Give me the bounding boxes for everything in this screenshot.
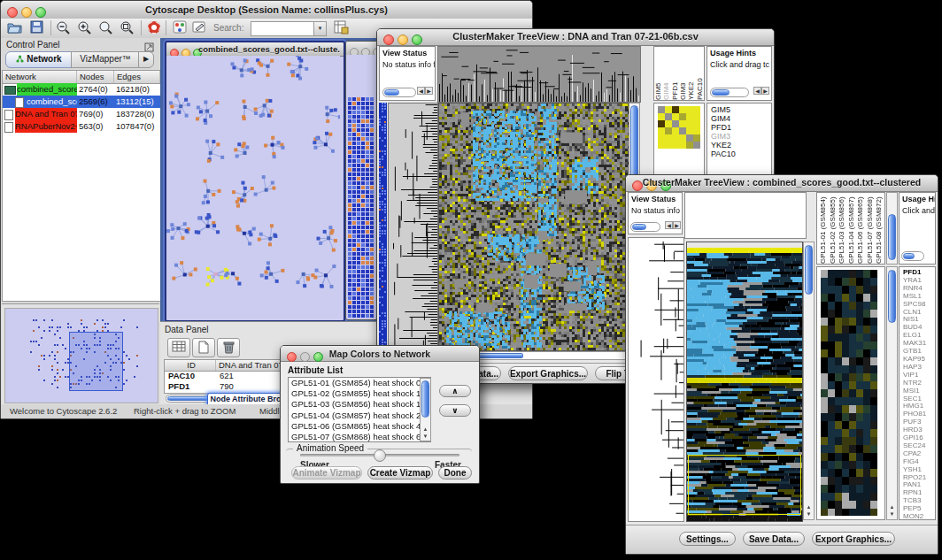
- network-row-rnapuber[interactable]: RNAPuberNov2+I 563(0) 107847(0): [3, 120, 160, 133]
- row-dendrogram[interactable]: [628, 237, 684, 522]
- scroll-up-icon[interactable]: ▲: [804, 504, 814, 510]
- animate-vizmap-button[interactable]: Animate Vizmap: [291, 466, 362, 479]
- export-graphics-button[interactable]: Export Graphics...: [812, 532, 895, 546]
- table-icon[interactable]: [167, 338, 190, 357]
- scroll-up-icon[interactable]: ▲: [421, 426, 430, 433]
- export-graphics-button[interactable]: Export Graphics...: [508, 366, 588, 380]
- network-table-header[interactable]: Network Nodes Edges: [3, 71, 160, 84]
- heatmap-strip[interactable]: [686, 242, 803, 522]
- scroll-down-icon[interactable]: ▼: [887, 511, 897, 518]
- network-name: DNA and Tran 07: [15, 108, 77, 120]
- col-nodes[interactable]: Nodes: [77, 71, 114, 83]
- attribute-list[interactable]: GPL51-01 (GSM854) heat shock 05 minGPL51…: [288, 377, 431, 442]
- vizmapper-icon[interactable]: [171, 20, 189, 36]
- zoom-actual-icon[interactable]: [97, 20, 115, 36]
- attribute-item[interactable]: GPL51-02 (GSM855) heat shock 10 min: [289, 388, 430, 399]
- column-label: GPL51-01 (GSM854): [819, 195, 829, 264]
- new-doc-icon[interactable]: [192, 338, 215, 357]
- attribute-item[interactable]: GPL51-06 (GSM865) heat shock 40 min: [289, 421, 430, 432]
- cytoscape-titlebar[interactable]: Cytoscape Desktop (Session Name: collins…: [1, 1, 532, 19]
- scroll-down-icon[interactable]: ▼: [421, 433, 430, 440]
- network-row-combined-sco-selected[interactable]: combined_sco 2569(6) 13112(15): [3, 96, 160, 108]
- chevron-down-icon[interactable]: ▼: [313, 22, 326, 35]
- scroll-left-icon[interactable]: ◀: [417, 87, 425, 95]
- usage-hints-hscrollbar[interactable]: [710, 88, 749, 97]
- scroll-right-icon[interactable]: ▶: [673, 221, 681, 229]
- heatmap-vscrollbar[interactable]: ▲ ▼: [803, 242, 815, 520]
- row-dendrogram[interactable]: [388, 103, 438, 351]
- gene-label[interactable]: GIM3: [711, 132, 771, 141]
- gene-label[interactable]: MON2: [903, 513, 935, 520]
- scroll-left-icon[interactable]: ◀: [665, 221, 673, 229]
- column-label: GPL51-06 (GSM865): [856, 195, 866, 264]
- scroll-up-icon[interactable]: ▲: [887, 504, 897, 510]
- tab-overflow-button[interactable]: ▶: [138, 51, 154, 68]
- move-up-button[interactable]: ∧: [439, 385, 471, 397]
- attribute-item[interactable]: GPL51-07 (GSM868) heat shock 60 min: [289, 432, 430, 442]
- save-icon[interactable]: [28, 20, 46, 36]
- network-edges: 183728(0): [116, 108, 154, 120]
- settings-button[interactable]: Settings...: [679, 532, 736, 546]
- birdseye-view[interactable]: [4, 308, 158, 403]
- treeview1-titlebar[interactable]: ClusterMaker TreeView : DNA and Tran 07-…: [377, 29, 774, 46]
- scroll-right-icon[interactable]: ▶: [425, 87, 433, 95]
- help-lifesaver-icon[interactable]: [145, 20, 163, 36]
- attribute-browser-icon[interactable]: [332, 20, 350, 36]
- zoom-vscrollbar[interactable]: ▲ ▼: [886, 266, 898, 520]
- network-canvas[interactable]: [166, 56, 340, 317]
- view-status-hscrollbar[interactable]: [630, 222, 660, 232]
- attribute-list-vscrollbar[interactable]: ▲ ▼: [420, 378, 431, 441]
- column-dendrogram[interactable]: [437, 46, 641, 103]
- mini-heatmap[interactable]: [658, 106, 700, 149]
- column-label: GIM5: [654, 50, 662, 100]
- network-row-dna-tran[interactable]: DNA and Tran 07 769(0) 183728(0): [3, 108, 160, 120]
- view-status-title: View Status: [380, 47, 435, 58]
- annotation-icon[interactable]: [190, 20, 208, 36]
- col-id[interactable]: ID: [165, 360, 216, 371]
- attribute-item[interactable]: GPL51-03 (GSM856) heat shock 15 min: [289, 399, 430, 410]
- col-edges[interactable]: Edges: [114, 71, 160, 83]
- done-button[interactable]: Done: [438, 466, 472, 479]
- view-status-hscrollbar[interactable]: [382, 88, 416, 97]
- attribute-item[interactable]: GPL51-01 (GSM854) heat shock 05 min: [289, 378, 430, 388]
- column-labels-vscrollbar[interactable]: [886, 192, 898, 265]
- col-network[interactable]: Network: [3, 71, 77, 83]
- zoom-in-icon[interactable]: [76, 20, 94, 36]
- scroll-right-icon[interactable]: ▶: [761, 87, 769, 95]
- usage-hints-title: Usage Hi: [900, 193, 935, 204]
- heatmap-main[interactable]: [438, 103, 630, 351]
- open-file-icon[interactable]: [6, 20, 24, 36]
- tab-vizmapper[interactable]: VizMapper™: [71, 51, 140, 68]
- dialog-titlebar[interactable]: Map Colors to Network: [281, 346, 479, 362]
- network-edges: 16218(0): [116, 83, 150, 96]
- usage-hints-panel: Usage Hi Click and: [899, 192, 936, 265]
- gene-label[interactable]: GIM4: [711, 114, 771, 123]
- column-label: GPL51-07 (GSM868): [866, 195, 876, 264]
- heatmap-zoom[interactable]: [821, 270, 877, 516]
- usage-hints-hscrollbar[interactable]: [901, 251, 924, 261]
- zoom-fit-icon[interactable]: [119, 20, 136, 36]
- usage-hints-panel: Usage Hints Click and drag tc ◀▶: [706, 46, 772, 101]
- gene-label[interactable]: GIM5: [711, 105, 771, 114]
- animation-speed-slider[interactable]: [300, 454, 459, 456]
- gene-label[interactable]: PAC10: [711, 150, 771, 158]
- gene-label[interactable]: PFD1: [711, 123, 771, 132]
- search-input[interactable]: ▼: [251, 21, 327, 36]
- create-vizmap-button[interactable]: Create Vizmap: [367, 466, 433, 479]
- column-labels-panel: GIM5GIM4PFD1GIM3YKE2PAC10: [653, 46, 705, 101]
- slider-thumb[interactable]: [374, 449, 386, 462]
- scroll-down-icon[interactable]: ▼: [804, 511, 814, 518]
- status-hint-zoom: Right-click + drag to ZOOM: [134, 406, 236, 416]
- attribute-item[interactable]: GPL51-04 (GSM857) heat shock 20 min: [289, 410, 430, 421]
- tab-network[interactable]: Network: [5, 51, 73, 68]
- trash-icon[interactable]: [217, 338, 240, 357]
- treeview2-titlebar[interactable]: ClusterMaker TreeView : combined_scores_…: [626, 175, 938, 192]
- zoom-out-icon[interactable]: [55, 20, 73, 36]
- view-status-text: No status info f: [380, 58, 435, 70]
- network-row-combined-scores[interactable]: combined_scores 2764(0) 16218(0): [3, 83, 160, 96]
- save-data-button[interactable]: Save Data...: [743, 532, 805, 546]
- gene-label[interactable]: YKE2: [711, 141, 771, 150]
- scroll-left-icon[interactable]: ◀: [753, 87, 761, 95]
- move-down-button[interactable]: ∨: [439, 404, 471, 417]
- network-view-titlebar[interactable]: combined_scores_good.txt--cluste...: [166, 42, 344, 57]
